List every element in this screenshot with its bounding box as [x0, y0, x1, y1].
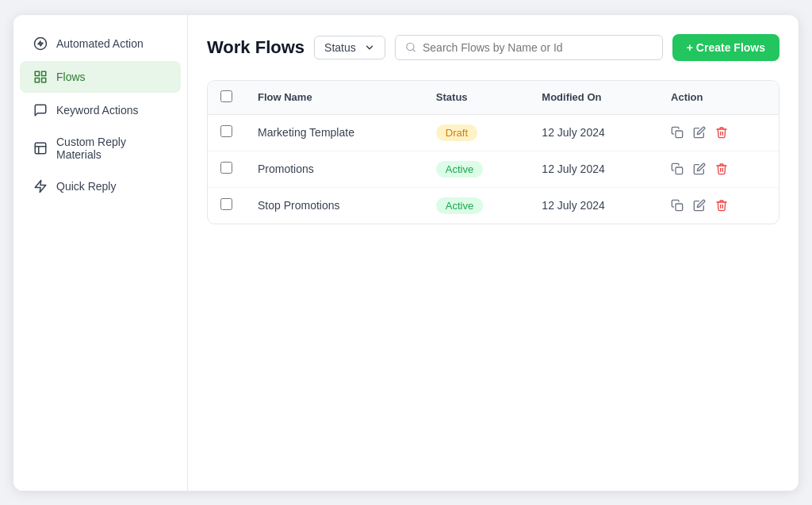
search-box — [395, 35, 663, 60]
lightning-icon — [33, 36, 48, 52]
row-status: Draft — [423, 114, 530, 151]
create-button-label: + Create Flows — [687, 41, 765, 54]
svg-rect-1 — [35, 71, 39, 75]
row-status: Active — [423, 151, 530, 187]
flows-table-container: Flow Name Status Modified On Action Mark… — [207, 80, 779, 224]
status-badge: Draft — [436, 124, 477, 141]
row-flow-name: Promotions — [245, 151, 423, 187]
keyword-icon — [33, 102, 48, 118]
create-flows-button[interactable]: + Create Flows — [672, 34, 779, 61]
main-content: Work Flows Status + Create Flows — [188, 15, 799, 491]
row-actions — [658, 151, 779, 187]
status-badge: Active — [436, 197, 483, 214]
svg-rect-4 — [35, 78, 39, 82]
copy-icon[interactable] — [671, 199, 684, 212]
sidebar-item-label: Keyword Actions — [56, 104, 139, 117]
edit-icon[interactable] — [693, 199, 706, 212]
chevron-down-icon — [364, 42, 375, 53]
main-header: Work Flows Status + Create Flows — [207, 34, 779, 61]
svg-rect-12 — [676, 167, 683, 174]
sidebar-item-flows[interactable]: Flows — [20, 61, 181, 93]
search-icon — [405, 41, 416, 53]
svg-rect-5 — [35, 143, 46, 154]
flows-table: Flow Name Status Modified On Action Mark… — [208, 81, 779, 224]
sidebar-item-label: Custom Reply Materials — [56, 136, 168, 161]
row-modified-on: 12 July 2024 — [529, 114, 658, 151]
sidebar-item-label: Quick Reply — [56, 180, 116, 193]
action-icons-group — [671, 163, 766, 175]
copy-icon[interactable] — [671, 163, 684, 175]
status-badge: Active — [436, 161, 483, 178]
col-action: Action — [658, 81, 779, 115]
select-all-cell — [208, 81, 245, 115]
row-flow-name: Marketing Template — [245, 114, 423, 151]
col-status: Status — [423, 81, 530, 115]
svg-marker-8 — [35, 180, 46, 192]
search-input[interactable] — [423, 41, 653, 54]
status-dropdown[interactable]: Status — [314, 36, 385, 59]
edit-icon[interactable] — [693, 163, 706, 175]
svg-rect-11 — [676, 131, 683, 138]
table-row: Marketing Template Draft 12 July 2024 — [208, 114, 779, 151]
page-title: Work Flows — [207, 37, 304, 58]
delete-icon[interactable] — [715, 163, 728, 175]
sidebar: Automated Action Flows Keyword Actions — [13, 15, 188, 491]
sidebar-item-label: Automated Action — [56, 37, 144, 50]
table-header-row: Flow Name Status Modified On Action — [208, 81, 779, 115]
status-dropdown-label: Status — [324, 41, 356, 54]
row-checkbox[interactable] — [220, 125, 232, 137]
custom-reply-icon — [33, 140, 48, 156]
delete-icon[interactable] — [715, 126, 728, 139]
sidebar-item-custom-reply[interactable]: Custom Reply Materials — [20, 128, 181, 169]
app-container: Automated Action Flows Keyword Actions — [13, 15, 799, 491]
row-flow-name: Stop Promotions — [245, 187, 423, 224]
svg-line-10 — [413, 49, 416, 52]
row-checkbox-cell — [208, 151, 245, 187]
row-checkbox[interactable] — [220, 198, 232, 210]
table-row: Stop Promotions Active 12 July 2024 — [208, 187, 779, 224]
delete-icon[interactable] — [715, 199, 728, 212]
row-actions — [658, 187, 779, 224]
sidebar-item-automated-action[interactable]: Automated Action — [20, 28, 181, 59]
sidebar-item-keyword-actions[interactable]: Keyword Actions — [20, 94, 181, 126]
svg-rect-2 — [42, 71, 46, 75]
row-modified-on: 12 July 2024 — [529, 187, 658, 224]
sidebar-item-label: Flows — [56, 71, 86, 83]
col-modified-on: Modified On — [529, 81, 658, 115]
svg-rect-3 — [42, 78, 46, 82]
row-modified-on: 12 July 2024 — [529, 151, 658, 187]
copy-icon[interactable] — [671, 126, 684, 139]
row-status: Active — [423, 187, 530, 224]
table-row: Promotions Active 12 July 2024 — [208, 151, 779, 187]
action-icons-group — [671, 199, 766, 212]
sidebar-item-quick-reply[interactable]: Quick Reply — [20, 170, 181, 202]
row-checkbox[interactable] — [220, 162, 232, 174]
action-icons-group — [671, 126, 766, 139]
svg-rect-13 — [676, 204, 683, 211]
row-actions — [658, 114, 779, 151]
select-all-checkbox[interactable] — [220, 90, 232, 102]
edit-icon[interactable] — [693, 126, 706, 139]
flows-icon — [33, 69, 48, 85]
quick-reply-icon — [33, 178, 48, 194]
row-checkbox-cell — [208, 187, 245, 224]
row-checkbox-cell — [208, 114, 245, 151]
col-flow-name: Flow Name — [245, 81, 423, 115]
